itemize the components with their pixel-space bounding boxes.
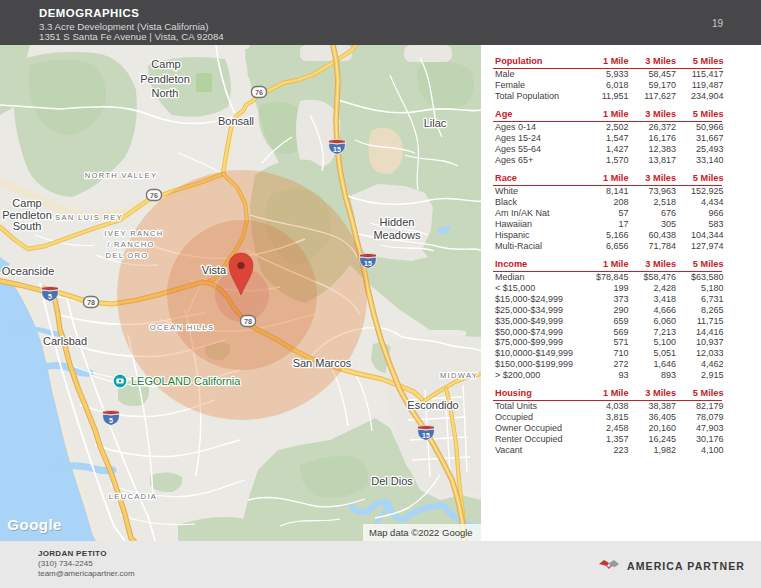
svg-text:Map data ©2022 Google: Map data ©2022 Google (369, 527, 473, 538)
svg-text:5: 5 (109, 417, 113, 424)
svg-text:DEL ORO: DEL ORO (106, 251, 149, 260)
svg-text:15: 15 (422, 432, 430, 439)
svg-text:/ RANCHO: / RANCHO (107, 240, 155, 249)
svg-text:IVEY RANCH: IVEY RANCH (104, 229, 163, 238)
svg-text:Google: Google (7, 516, 62, 533)
svg-text:OCEAN HILLS: OCEAN HILLS (150, 323, 215, 332)
svg-text:Escondido: Escondido (407, 399, 458, 411)
svg-text:15: 15 (364, 260, 372, 267)
svg-text:NORTH VALLEY: NORTH VALLEY (85, 171, 158, 180)
svg-text:Carlsbad: Carlsbad (43, 335, 87, 347)
svg-text:Camp: Camp (151, 58, 180, 70)
svg-text:15: 15 (333, 146, 341, 153)
svg-text:Hidden: Hidden (380, 216, 415, 228)
svg-text:78: 78 (87, 298, 95, 307)
svg-text:Oceanside: Oceanside (2, 265, 55, 277)
svg-text:Del Dios: Del Dios (371, 475, 413, 487)
svg-text:Vista: Vista (202, 264, 227, 276)
svg-text:78: 78 (244, 317, 252, 326)
svg-text:San Marcos: San Marcos (293, 357, 352, 369)
svg-text:5: 5 (48, 293, 52, 300)
svg-text:LEUCADIA: LEUCADIA (109, 492, 157, 501)
svg-text:Pendleton: Pendleton (140, 73, 190, 85)
svg-text:Bonsall: Bonsall (218, 115, 254, 127)
svg-text:76: 76 (255, 88, 263, 97)
svg-text:76: 76 (150, 191, 158, 200)
svg-text:Camp: Camp (12, 197, 41, 209)
svg-text:South: South (13, 220, 42, 232)
svg-text:Meadows: Meadows (373, 229, 421, 241)
svg-text:North: North (152, 87, 179, 99)
svg-text:Lilac: Lilac (424, 117, 447, 129)
svg-text:LEGOLAND California: LEGOLAND California (131, 375, 241, 387)
svg-text:SAN LUIS REY: SAN LUIS REY (55, 213, 123, 222)
svg-text:MIDWAY: MIDWAY (440, 371, 478, 380)
svg-text:Pendleton: Pendleton (2, 209, 52, 221)
